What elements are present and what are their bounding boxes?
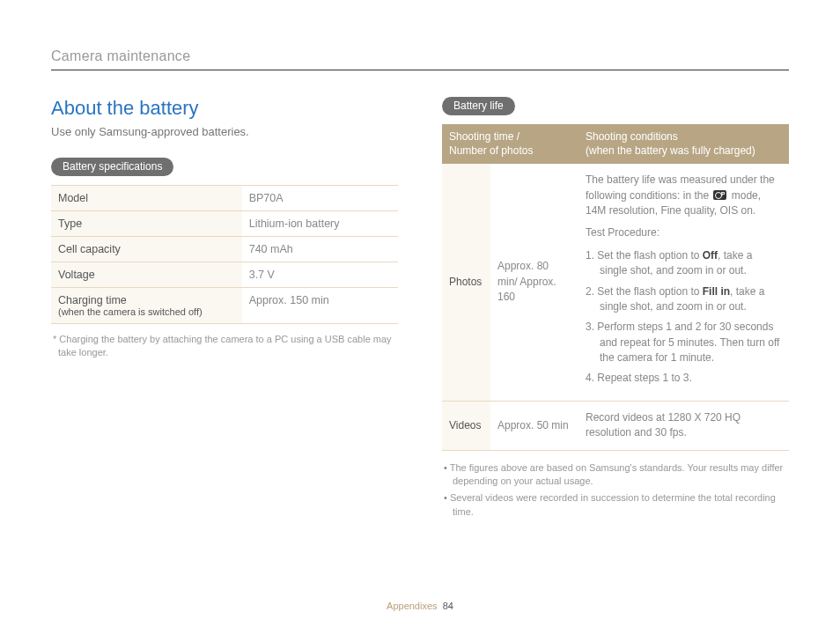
table-row: Videos Approx. 50 min Record videos at 1… bbox=[442, 401, 789, 450]
battery-life-table: Shooting time / Number of photos Shootin… bbox=[442, 124, 789, 451]
photos-row-label: Photos bbox=[442, 164, 490, 401]
spec-label: Type bbox=[51, 211, 242, 237]
spec-label: Charging time (when the camera is switch… bbox=[51, 288, 242, 324]
specs-footnote: * Charging the battery by attaching the … bbox=[51, 333, 398, 360]
battery-life-pill: Battery life bbox=[442, 97, 515, 115]
page-footer: Appendixes 84 bbox=[0, 601, 840, 611]
right-column: Battery life Shooting time / Number of p… bbox=[442, 97, 789, 522]
spec-value: BP70A bbox=[242, 186, 398, 211]
spec-value: 3.7 V bbox=[242, 262, 398, 288]
life-header-col1: Shooting time / Number of photos bbox=[442, 124, 578, 164]
content-columns: About the battery Use only Samsung-appro… bbox=[51, 97, 789, 522]
left-column: About the battery Use only Samsung-appro… bbox=[51, 97, 398, 522]
photos-row-conditions: The battery life was measured under the … bbox=[578, 164, 789, 401]
camera-mode-icon bbox=[713, 190, 726, 200]
spec-value: Approx. 150 min bbox=[242, 288, 398, 324]
videos-row-time: Approx. 50 min bbox=[490, 401, 578, 450]
table-row: Photos Approx. 80 min/ Approx. 160 The b… bbox=[442, 164, 789, 401]
list-item: Several videos were recorded in successi… bbox=[442, 491, 789, 519]
page-number: 84 bbox=[443, 601, 453, 611]
table-row: Type Lithium-ion battery bbox=[51, 211, 398, 237]
table-row: Charging time (when the camera is switch… bbox=[51, 288, 398, 324]
table-row: Model BP70A bbox=[51, 186, 398, 211]
table-row: Voltage 3.7 V bbox=[51, 262, 398, 288]
life-header-col2: Shooting conditions (when the battery wa… bbox=[578, 124, 789, 164]
videos-row-conditions: Record videos at 1280 X 720 HQ resolutio… bbox=[578, 401, 789, 450]
videos-row-label: Videos bbox=[442, 401, 490, 450]
list-item: The figures above are based on Samsung's… bbox=[442, 461, 789, 489]
section-title: About the battery bbox=[51, 97, 398, 120]
spec-label: Cell capacity bbox=[51, 237, 242, 262]
spec-value: 740 mAh bbox=[242, 237, 398, 262]
photos-row-time: Approx. 80 min/ Approx. 160 bbox=[490, 164, 578, 401]
footer-section: Appendixes bbox=[387, 601, 438, 611]
table-header-row: Shooting time / Number of photos Shootin… bbox=[442, 124, 789, 164]
spec-value: Lithium-ion battery bbox=[242, 211, 398, 237]
spec-label: Voltage bbox=[51, 262, 242, 288]
breadcrumb-header: Camera maintenance bbox=[51, 48, 789, 70]
spec-label: Model bbox=[51, 186, 242, 211]
battery-specs-table: Model BP70A Type Lithium-ion battery Cel… bbox=[51, 185, 398, 324]
table-row: Cell capacity 740 mAh bbox=[51, 237, 398, 262]
life-footnotes: The figures above are based on Samsung's… bbox=[442, 461, 789, 520]
intro-text: Use only Samsung-approved batteries. bbox=[51, 125, 398, 138]
battery-specs-pill: Battery specifications bbox=[51, 158, 173, 176]
